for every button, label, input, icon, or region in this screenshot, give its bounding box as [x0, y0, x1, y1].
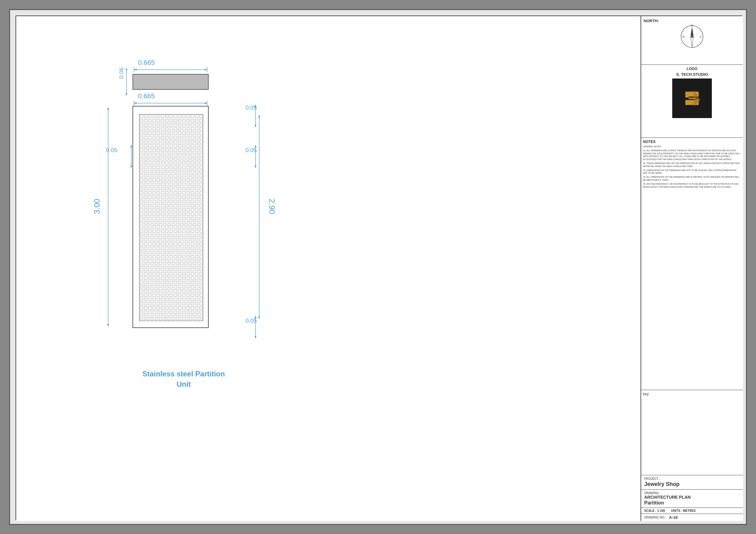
key-label: key — [643, 392, 741, 396]
s-logo-svg — [675, 82, 709, 115]
units-value: METRES — [683, 509, 696, 512]
key-section: key — [641, 390, 743, 475]
svg-marker-9 — [134, 102, 136, 104]
inner-border: 0.06 0.665 0 — [15, 15, 742, 520]
partition-outer-rect — [132, 106, 209, 328]
units-item: UNITS : METRES — [671, 509, 696, 512]
svg-marker-5 — [205, 69, 207, 71]
scale-value: 1:100 — [657, 509, 665, 512]
svg-marker-1 — [125, 68, 127, 70]
north-section: NORTH: E W N S — [641, 16, 743, 65]
drawing-type: ARCHITECTURE PLAN — [644, 495, 740, 499]
scale-item: SCALE : 1:100 — [644, 509, 665, 512]
svg-marker-17 — [130, 145, 132, 147]
scale-label: SCALE : — [644, 509, 657, 512]
drawing-number-section: DRAWING NO.: A-18 — [641, 514, 743, 521]
dim-inner-width: 0.665 — [138, 92, 155, 100]
studio-name: S. TECH STUDIO — [676, 72, 708, 77]
svg-marker-4 — [134, 69, 136, 71]
dim-arrow-height-inner — [256, 114, 262, 320]
dim-top-width: 0.665 — [138, 59, 155, 67]
notes-item-4: 04. ALL DIMENSIONS ON THE DRAWINGS ARE I… — [643, 176, 741, 182]
svg-marker-33 — [255, 316, 256, 318]
dim-arrow-top-offset — [123, 67, 129, 96]
drawing-caption-line2: Unit — [108, 380, 260, 389]
svg-marker-27 — [258, 317, 260, 319]
logo-section: LOGO S. TECH STUDIO — [641, 65, 743, 138]
drawing-label: DRAWING : — [644, 492, 740, 495]
drawing-caption-line1: Stainless steel Partition — [108, 370, 260, 378]
drawing-info-section: DRAWING : ARCHITECTURE PLAN Partition — [641, 490, 743, 508]
svg-text:E: E — [700, 35, 701, 38]
svg-text:N: N — [691, 24, 693, 27]
project-section: PROJECT : Jewelry Shop — [641, 475, 743, 490]
dim-arrow-bottom — [253, 315, 258, 339]
scale-section: SCALE : 1:100 UNITS : METRES — [641, 508, 743, 514]
project-name: Jewelry Shop — [644, 481, 740, 488]
dim-height-inner: 2.90 — [267, 199, 277, 214]
drawing-area: 0.06 0.665 0 — [16, 16, 640, 521]
compass-icon: E W N S — [680, 24, 704, 49]
drawing-no-value: A-18 — [669, 515, 677, 520]
logo-label: LOGO — [687, 67, 697, 71]
north-label: NORTH: — [644, 18, 659, 23]
partition-grid-svg — [140, 114, 203, 321]
svg-marker-10 — [205, 102, 207, 104]
project-label: PROJECT : — [644, 477, 740, 480]
svg-marker-2 — [125, 93, 127, 95]
logo-box — [672, 79, 712, 118]
notes-general: GENERAL NOTES : — [643, 145, 741, 148]
notes-content: GENERAL NOTES : 01. ALL DRAWINGS AND COP… — [643, 145, 741, 188]
notes-item-1: 01. ALL DRAWINGS AND COPIES THEREOF ARE … — [643, 149, 741, 161]
partition-inner-rect — [139, 114, 203, 321]
dim-line-top-width — [132, 67, 209, 73]
svg-marker-26 — [258, 115, 260, 117]
notes-item-3: 03. DIMENSIONS ON THE DRAWINGS ARE NOT T… — [643, 169, 741, 175]
svg-marker-34 — [255, 336, 256, 338]
svg-rect-31 — [140, 114, 203, 321]
svg-marker-18 — [130, 165, 132, 168]
drawing-name: Partition — [644, 500, 740, 506]
svg-text:W: W — [682, 35, 685, 38]
svg-marker-14 — [255, 105, 256, 107]
svg-marker-24 — [107, 324, 109, 326]
page: 0.06 0.665 0 — [9, 9, 747, 525]
notes-title: NOTES — [643, 140, 741, 144]
units-label: UNITS : — [671, 509, 682, 512]
notes-section: NOTES GENERAL NOTES : 01. ALL DRAWINGS A… — [641, 138, 743, 390]
dim-line-inner-width — [132, 100, 209, 106]
partition-drawing: 0.06 0.665 0 — [108, 53, 260, 402]
drawing-no-label: DRAWING NO.: — [644, 516, 666, 519]
dim-height-outer: 3.00 — [92, 199, 102, 214]
partition-header-bar — [132, 74, 209, 90]
svg-text:S: S — [691, 45, 693, 48]
svg-marker-23 — [107, 107, 109, 110]
dim-arrow-height-outer — [105, 106, 111, 328]
notes-item-2: 02. THESE DRAWINGS MAY NOT BE REPRODUCED… — [643, 162, 741, 168]
right-panel: NORTH: E W N S — [640, 16, 743, 521]
notes-item-5: 05. ANY INCONSISTENCY OR DISCREPANCY IS … — [643, 183, 741, 189]
